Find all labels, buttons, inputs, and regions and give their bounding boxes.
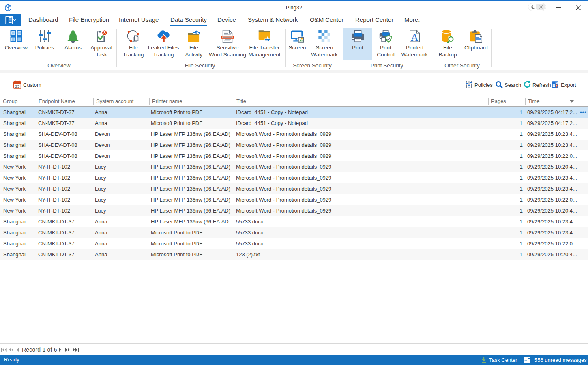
svg-text:3: 3 xyxy=(103,30,106,35)
svg-text:A: A xyxy=(410,31,418,42)
svg-text:23: 23 xyxy=(15,84,19,88)
